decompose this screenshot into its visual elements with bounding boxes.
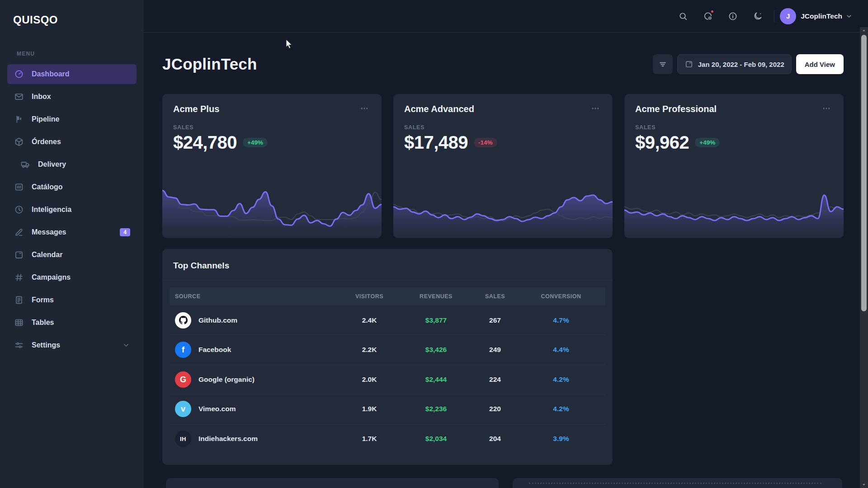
sales-sparkline-chart — [162, 180, 382, 238]
info-icon — [728, 11, 738, 21]
sidebar-item-campaigns[interactable]: Campaigns — [7, 267, 137, 287]
add-view-button[interactable]: Add View — [796, 54, 844, 74]
messages-badge: 4 — [120, 228, 130, 236]
sidebar-item-label: Campaigns — [32, 273, 71, 282]
page-actions: Jan 20, 2022 - Feb 09, 2022 Add View — [653, 54, 844, 74]
revenues-value: $3,877 — [399, 305, 473, 335]
card-menu-button[interactable] — [589, 104, 602, 113]
chevron-down-icon — [845, 13, 853, 20]
table-row-github-com: Github.com2.4K$3,8772674.7% — [170, 305, 605, 335]
card-menu-button[interactable] — [358, 104, 371, 113]
revenues-value: $3,426 — [399, 335, 473, 365]
sidebar-item-label: Catálogo — [32, 183, 62, 191]
sidebar-nav: DashboardInboxPipelineÓrdenesDeliveryCat… — [0, 64, 144, 355]
header-divider — [774, 10, 774, 22]
column-header-source: SOURCE — [170, 287, 340, 305]
source-name: Vimeo.com — [198, 405, 236, 413]
stat-cards-grid: Acme PlusSALES$24,780+49%Acme AdvancedSA… — [162, 94, 844, 238]
top-channels-title: Top Channels — [162, 249, 613, 280]
table-row-google-organic-: GGoogle (organic)2.0K$2,4442244.2% — [170, 365, 605, 394]
sidebar-item-tables[interactable]: Tables — [7, 313, 137, 333]
inbox-icon — [14, 91, 24, 102]
sidebar-item-dashboard[interactable]: Dashboard — [7, 64, 137, 84]
forms-icon — [14, 295, 24, 305]
sidebar-item-forms[interactable]: Forms — [7, 290, 137, 310]
vimeo-logo-icon: v — [175, 401, 191, 417]
partial-card-left — [166, 478, 499, 488]
visitors-value: 2.4K — [340, 305, 399, 335]
user-menu[interactable]: J JCoplinTech — [780, 8, 853, 24]
stat-card-title: Acme Professional — [635, 104, 717, 114]
info-button[interactable] — [724, 7, 742, 25]
source-name: Facebook — [198, 346, 231, 354]
sidebar-item-settings[interactable]: Settings — [7, 335, 137, 355]
brand-logo[interactable]: QUISQO — [0, 0, 144, 26]
sidebar-item-label: Messages — [32, 228, 66, 236]
delivery-icon — [20, 159, 31, 170]
sidebar-item-ordenes[interactable]: Órdenes — [7, 132, 137, 152]
sidebar-item-delivery[interactable]: Delivery — [7, 155, 137, 174]
metric-label: SALES — [635, 124, 833, 131]
sidebar-item-label: Órdenes — [32, 138, 61, 146]
sales-value: 220 — [473, 394, 517, 424]
campaigns-icon — [14, 272, 24, 283]
pipeline-icon — [14, 114, 24, 125]
scrollbar-track[interactable] — [860, 27, 868, 488]
sales-value: 204 — [473, 424, 517, 454]
sidebar-item-label: Forms — [32, 296, 54, 304]
moon-button[interactable] — [749, 7, 767, 25]
source-name: Github.com — [198, 316, 237, 324]
sidebar-item-inbox[interactable]: Inbox — [7, 87, 137, 107]
sidebar-item-label: Pipeline — [32, 115, 59, 123]
sidebar-item-inteligencia[interactable]: Inteligencia — [7, 200, 137, 220]
search-button[interactable] — [674, 7, 692, 25]
chevron-down-icon — [122, 341, 130, 349]
sidebar-item-catalogo[interactable]: Catálogo — [7, 177, 137, 197]
sidebar-item-calendar[interactable]: Calendar — [7, 245, 137, 265]
scrollbar-up-arrow[interactable] — [860, 28, 868, 34]
page-header: JCoplinTech Jan 20, 2022 - Feb 09, 2022 … — [162, 54, 844, 74]
calendar-icon — [14, 249, 24, 260]
visitors-value: 2.2K — [340, 335, 399, 365]
filter-button[interactable] — [653, 54, 673, 74]
conversion-value: 4.2% — [517, 365, 605, 394]
visitors-value: 2.0K — [340, 365, 399, 394]
messages-icon — [14, 227, 24, 238]
sales-value: $9,962 — [635, 132, 689, 153]
sales-value: 224 — [473, 365, 517, 394]
sidebar-item-label: Inteligencia — [32, 206, 71, 214]
scrollbar-down-arrow[interactable] — [860, 481, 868, 488]
sales-sparkline-chart — [624, 180, 844, 238]
moon-icon — [753, 11, 763, 21]
github-logo-icon — [175, 312, 191, 328]
tables-icon — [14, 317, 24, 328]
ellipsis-icon — [359, 108, 370, 114]
column-header-conversion: CONVERSION — [517, 287, 605, 305]
search-icon — [678, 11, 688, 21]
source-name: Google (organic) — [198, 375, 255, 384]
top-channels-card: Top Channels SOURCEVISITORSREVENUESSALES… — [162, 249, 613, 465]
revenues-value: $2,444 — [399, 365, 473, 394]
main-content: JCoplinTech Jan 20, 2022 - Feb 09, 2022 … — [144, 33, 860, 488]
sidebar-item-pipeline[interactable]: Pipeline — [7, 109, 137, 129]
top-bar: J JCoplinTech — [144, 0, 868, 33]
avatar: J — [780, 8, 796, 24]
intelligence-icon — [14, 204, 24, 215]
revenues-value: $2,034 — [399, 424, 473, 454]
revenues-value: $2,236 — [399, 394, 473, 424]
chat-button[interactable] — [699, 7, 717, 25]
settings-icon — [14, 340, 24, 351]
table-row-vimeo-com: vVimeo.com1.9K$2,2362204.2% — [170, 394, 605, 424]
facebook-logo-icon: f — [175, 342, 191, 358]
sidebar-item-label: Dashboard — [32, 70, 70, 78]
stat-card-title: Acme Advanced — [404, 104, 474, 114]
sidebar-item-messages[interactable]: Messages4 — [7, 222, 137, 242]
stat-card-acme-advanced: Acme AdvancedSALES$17,489-14% — [393, 94, 613, 238]
scrollbar-thumb[interactable] — [861, 35, 867, 311]
sidebar: QUISQO MENU DashboardInboxPipelineÓrdene… — [0, 0, 144, 488]
sidebar-section-label: MENU — [17, 51, 144, 57]
conversion-value: 4.4% — [517, 335, 605, 365]
date-range-picker[interactable]: Jan 20, 2022 - Feb 09, 2022 — [677, 54, 792, 74]
card-menu-button[interactable] — [820, 104, 833, 113]
sidebar-item-label: Calendar — [32, 251, 62, 259]
